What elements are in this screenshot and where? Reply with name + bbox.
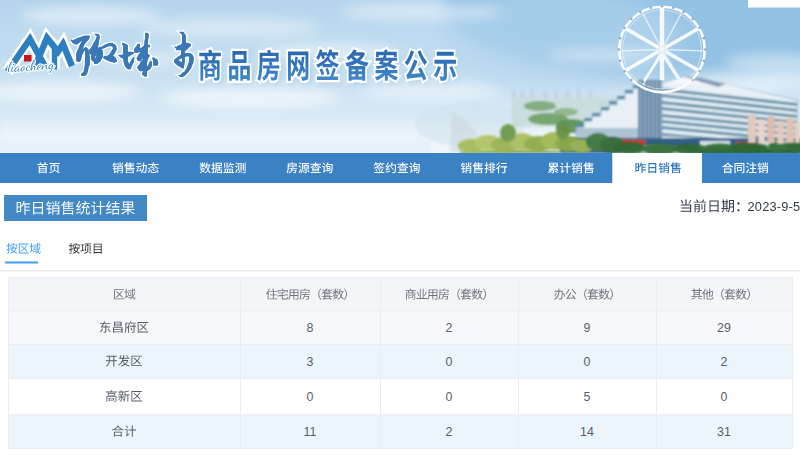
svg-text:9: 9 xyxy=(584,321,591,335)
svg-text:2: 2 xyxy=(446,321,453,335)
svg-text:8: 8 xyxy=(307,321,314,335)
svg-text:3: 3 xyxy=(307,355,314,369)
svg-text:2: 2 xyxy=(721,355,728,369)
svg-text:2: 2 xyxy=(446,425,453,439)
svg-text:29: 29 xyxy=(717,321,731,335)
svg-text:2023-9-5: 2023-9-5 xyxy=(748,199,800,214)
svg-text:31: 31 xyxy=(717,425,731,439)
svg-text:0: 0 xyxy=(584,355,591,369)
svg-text:0: 0 xyxy=(307,390,314,404)
svg-text:14: 14 xyxy=(580,425,594,439)
svg-text:11: 11 xyxy=(304,425,317,439)
svg-text:0: 0 xyxy=(446,355,453,369)
svg-text:5: 5 xyxy=(584,390,591,404)
svg-text:0: 0 xyxy=(446,390,453,404)
svg-text:0: 0 xyxy=(721,390,728,404)
